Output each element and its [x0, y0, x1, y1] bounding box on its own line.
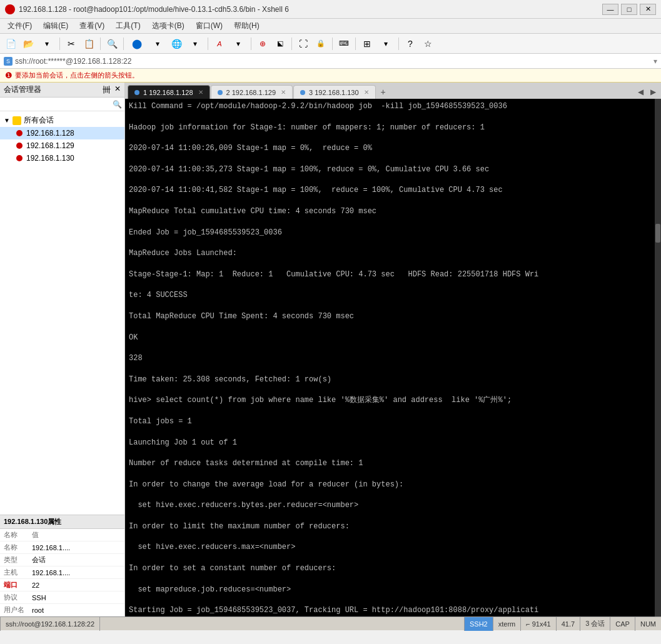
toolbar-search-btn[interactable]: 🔍 [104, 36, 120, 51]
toolbar-new-btn[interactable]: 📄 [3, 36, 19, 51]
session-tree: ▼ 所有会话 192.168.1.128 192.168.1.129 192.1… [0, 111, 124, 515]
toolbar-open-dropdown[interactable]: ▾ [38, 36, 56, 51]
toolbar-open-btn[interactable]: 📂 [20, 36, 36, 51]
session-dot-129 [16, 143, 23, 149]
minimize-button[interactable]: — [602, 4, 618, 15]
session-label-128: 192.168.1.128 [26, 129, 74, 138]
menu-edit[interactable]: 编辑(E) [38, 19, 73, 33]
prop-protocol-label: 协议 [0, 591, 28, 604]
session-group-header[interactable]: ▼ 所有会话 [0, 114, 124, 127]
toolbar-globe-dropdown[interactable]: ▾ [186, 36, 204, 51]
toolbar-sep-4 [208, 38, 208, 50]
close-button[interactable]: ✕ [640, 4, 656, 15]
menu-help[interactable]: 帮助(H) [229, 19, 265, 33]
tab-2[interactable]: 2 192.168.1.129 ✕ [211, 85, 293, 99]
toolbar-font-dropdown[interactable]: ▾ [229, 36, 248, 51]
toolbar-globe-btn[interactable]: 🌐 [168, 36, 184, 51]
maximize-button[interactable]: □ [621, 4, 637, 15]
tab-1[interactable]: 1 192.168.1.128 ✕ [128, 85, 210, 99]
toolbar-copy-btn[interactable]: 📋 [81, 36, 97, 51]
prop-type-label: 类型 [0, 554, 28, 566]
tabs-bar: 1 192.168.1.128 ✕ 2 192.168.1.129 ✕ 3 19… [125, 83, 661, 99]
tabs-prev-btn[interactable]: ◀ [635, 86, 646, 98]
statusbar: ssh://root@192.168.1.128:22 SSH2 xterm ⌐… [0, 616, 661, 630]
toolbar-lock-btn[interactable]: 🔒 [313, 36, 329, 51]
toolbar-sep-9 [398, 38, 399, 50]
toolbar-help-btn[interactable]: ? [402, 36, 418, 51]
session-group-all: ▼ 所有会话 192.168.1.128 192.168.1.129 192.1… [0, 114, 124, 164]
sidebar-search-bar: 🔍 [0, 98, 124, 111]
status-sessions: 3 会话 [580, 617, 610, 631]
session-item-129[interactable]: 192.168.1.129 [0, 139, 124, 152]
terminal-scrollbar[interactable] [655, 99, 661, 616]
prop-row-host: 主机 192.168.1.... [0, 566, 124, 579]
term-line: In order to set a constant number of red… [129, 563, 651, 574]
toolbar-layout-dropdown[interactable]: ▾ [376, 36, 395, 51]
tab-2-close[interactable]: ✕ [281, 89, 286, 96]
menu-tabs[interactable]: 选项卡(B) [147, 19, 189, 33]
toolbar-sep-1 [59, 38, 60, 50]
prop-host-label: 主机 [0, 566, 28, 579]
prop-row-user: 用户名 root [0, 604, 124, 616]
term-line: Time taken: 25.308 seconds, Fetched: 1 r… [129, 375, 651, 385]
status-num: NUM [635, 617, 661, 631]
properties-table: 名称 值 名称 192.168.1.... 类型 会话 主机 192.168.1… [0, 529, 124, 616]
toolbar-keyboard-btn[interactable]: ⌨ [336, 36, 352, 51]
session-item-128[interactable]: 192.168.1.128 [0, 127, 124, 139]
term-line: In order to change the average load for … [129, 480, 651, 490]
scrollbar-thumb[interactable] [655, 224, 660, 243]
toolbar-star-btn[interactable]: ☆ [420, 36, 436, 51]
tabs-next-btn[interactable]: ▶ [647, 86, 658, 98]
sidebar-search-input[interactable] [3, 101, 113, 108]
terminal-output[interactable]: Kill Command = /opt/module/hadoop-2.9.2/… [125, 99, 655, 616]
add-tab-button[interactable]: + [376, 85, 390, 99]
tab-1-close[interactable]: ✕ [198, 89, 203, 96]
window-title: 192.168.1.128 - root@hadoop101:/opt/modu… [19, 5, 289, 14]
term-line: Ended Job = job_1594685539523_0036 [129, 228, 651, 238]
sidebar: 会话管理器 卌 ✕ 🔍 ▼ 所有会话 192.168.1.128 [0, 83, 125, 616]
term-line: Kill Command = /opt/module/hadoop-2.9.2/… [129, 101, 651, 112]
prop-row-type: 类型 会话 [0, 554, 124, 566]
toolbar-sftp-btn[interactable]: ⬕ [272, 36, 288, 51]
sidebar-close-btn[interactable]: ✕ [114, 84, 121, 96]
addressbar-dropdown[interactable]: ▾ [653, 57, 657, 66]
prop-user-value: root [28, 604, 124, 616]
menu-view[interactable]: 查看(V) [74, 19, 109, 33]
toolbar-connect-dropdown[interactable]: ▾ [148, 36, 167, 51]
status-dimensions: ⌐ 91x41 [520, 617, 555, 631]
ssh-icon: S [4, 57, 13, 66]
toolbar-xmanager-btn[interactable]: ⊕ [255, 36, 271, 51]
properties-panel: 192.168.1.130属性 名称 值 名称 192.168.1.... 类型… [0, 515, 124, 616]
menu-window[interactable]: 窗口(W) [191, 19, 228, 33]
term-line: set hive.exec.reducers.bytes.per.reducer… [129, 500, 651, 511]
term-line: hive> select count(*) from job where nam… [129, 395, 651, 406]
menubar: 文件(F) 编辑(E) 查看(V) 工具(T) 选项卡(B) 窗口(W) 帮助(… [0, 19, 661, 34]
prop-row-name-val: 名称 192.168.1.... [0, 541, 124, 554]
toolbar-cut-btn[interactable]: ✂ [63, 36, 79, 51]
tab-3-dot [300, 90, 305, 95]
toolbar-connect-btn[interactable]: ⬤ [127, 36, 147, 51]
tab-3-close[interactable]: ✕ [364, 89, 369, 96]
status-xterm: xterm [493, 617, 521, 631]
term-line: 328 [129, 353, 651, 364]
sidebar-pin-btn[interactable]: 卌 [103, 84, 111, 96]
session-item-130[interactable]: 192.168.1.130 [0, 152, 124, 164]
statusbar-connection-info: ssh://root@192.168.1.128:22 [0, 617, 100, 631]
toolbar-fullscreen-btn[interactable]: ⛶ [295, 36, 311, 51]
session-label-129: 192.168.1.129 [26, 141, 74, 150]
prop-protocol-value: SSH [28, 591, 124, 604]
tab-2-label: 2 192.168.1.129 [226, 89, 276, 96]
prop-col-header: 值 [28, 529, 124, 541]
menu-tools[interactable]: 工具(T) [111, 19, 145, 33]
add-session-bar: ❶ 要添加当前会话，点击左侧的箭头按钮。 [0, 69, 661, 83]
status-value: 41.7 [556, 617, 580, 631]
sidebar-title: 会话管理器 [4, 84, 41, 95]
toolbar-layout-btn[interactable]: ⊞ [359, 36, 375, 51]
menu-file[interactable]: 文件(F) [3, 19, 37, 33]
term-line: Hadoop job information for Stage-1: numb… [129, 123, 651, 133]
tab-3-label: 3 192.168.1.130 [309, 89, 359, 96]
tab-3[interactable]: 3 192.168.1.130 ✕ [293, 85, 376, 99]
prop-row-name: 名称 值 [0, 529, 124, 541]
folder-icon [13, 116, 21, 125]
toolbar-font-btn[interactable]: A [211, 36, 228, 51]
